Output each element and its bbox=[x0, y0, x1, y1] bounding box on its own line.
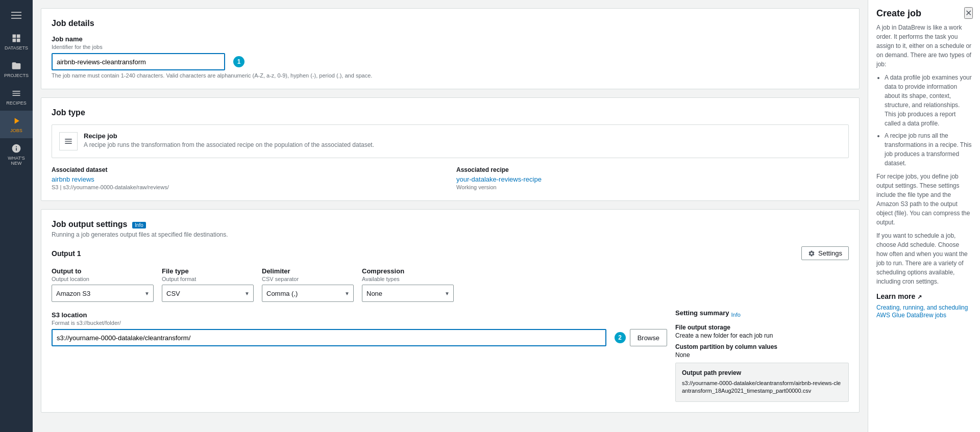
s3-location-label: S3 location bbox=[52, 311, 667, 319]
delimiter-select-wrapper: Comma (,) ▼ bbox=[262, 285, 354, 302]
sidebar-item-jobs-label: JOBS bbox=[10, 128, 22, 133]
sidebar-item-projects-label: PROJECTS bbox=[4, 73, 29, 78]
job-output-settings-card: Job output settings Info Running a job g… bbox=[41, 209, 860, 413]
recipe-version: Working version bbox=[456, 184, 849, 190]
output-to-select[interactable]: Amazon S3 bbox=[52, 285, 154, 302]
associated-dataset-section: Associated dataset airbnb reviews S3 | s… bbox=[52, 166, 444, 190]
job-details-card: Job details Job name Identifier for the … bbox=[41, 8, 860, 89]
svg-rect-2 bbox=[11, 18, 21, 19]
output-path-preview-box: Output path preview s3://yourname-0000-d… bbox=[675, 363, 849, 402]
job-type-title: Job type bbox=[52, 108, 849, 117]
delimiter-sublabel: CSV separator bbox=[262, 276, 354, 282]
svg-rect-1 bbox=[11, 15, 21, 16]
output-to-select-wrapper: Amazon S3 ▼ bbox=[52, 285, 154, 302]
job-name-hint: Identifier for the jobs bbox=[52, 44, 849, 50]
s3-location-hint: Format is s3://bucket/folder/ bbox=[52, 320, 667, 326]
output-to-label: Output to bbox=[52, 267, 154, 275]
job-name-label: Job name bbox=[52, 35, 849, 43]
file-storage-label: File output storage bbox=[675, 324, 849, 331]
right-panel-bullets: A data profile job examines your data to… bbox=[876, 73, 972, 168]
learn-more-text: Learn more bbox=[876, 292, 915, 300]
right-panel-close-button[interactable]: ✕ bbox=[964, 7, 973, 19]
output-settings-header: Job output settings Info bbox=[52, 220, 849, 229]
sidebar-item-jobs[interactable]: JOBS bbox=[0, 111, 33, 138]
job-details-title: Job details bbox=[52, 19, 849, 28]
dataset-recipe-grid: Associated dataset airbnb reviews S3 | s… bbox=[52, 166, 849, 190]
associated-dataset-label: Associated dataset bbox=[52, 166, 444, 173]
hamburger-menu[interactable] bbox=[5, 4, 28, 28]
delimiter-field: Delimiter CSV separator Comma (,) ▼ bbox=[262, 267, 354, 302]
compression-sublabel: Available types bbox=[362, 276, 454, 282]
right-panel-body: For recipe jobs, you define job output s… bbox=[876, 172, 972, 227]
dataset-name-link[interactable]: airbnb reviews bbox=[52, 175, 94, 183]
settings-button-label: Settings bbox=[818, 249, 842, 257]
output-fields-grid: Output to Output location Amazon S3 ▼ Fi… bbox=[52, 267, 849, 302]
recipe-job-icon bbox=[59, 132, 78, 150]
recipe-name-link[interactable]: your-datalake-reviews-recipe bbox=[456, 175, 542, 183]
setting-summary-block: Setting summary Info File output storage… bbox=[675, 309, 849, 402]
settings-button[interactable]: Settings bbox=[801, 246, 849, 260]
setting-summary-title: Setting summary bbox=[675, 309, 729, 317]
output-settings-title: Job output settings bbox=[52, 220, 127, 228]
output-settings-info-badge[interactable]: Info bbox=[132, 222, 146, 228]
s3-location-section: S3 location Format is s3://bucket/folder… bbox=[52, 311, 667, 346]
browse-button[interactable]: Browse bbox=[630, 329, 667, 346]
associated-recipe-label: Associated recipe bbox=[456, 166, 849, 173]
custom-partition-value: None bbox=[675, 351, 849, 359]
associated-recipe-section: Associated recipe your-datalake-reviews-… bbox=[456, 166, 849, 190]
job-name-validation: The job name must contain 1-240 characte… bbox=[52, 72, 849, 79]
output-settings-desc: Running a job generates output files at … bbox=[52, 231, 849, 238]
compression-select-wrapper: None ▼ bbox=[362, 285, 454, 302]
job-name-input[interactable]: airbnb-reviews-cleantransform bbox=[52, 53, 225, 70]
delimiter-label: Delimiter bbox=[262, 267, 354, 275]
compression-select[interactable]: None bbox=[362, 285, 454, 302]
external-link-icon: ↗ bbox=[917, 294, 922, 300]
right-panel-schedule: If you want to schedule a job, choose Ad… bbox=[876, 231, 972, 286]
output-to-field: Output to Output location Amazon S3 ▼ bbox=[52, 267, 154, 302]
file-type-select[interactable]: CSV bbox=[162, 285, 254, 302]
output-to-sublabel: Output location bbox=[52, 276, 154, 282]
learn-more-link-1[interactable]: Creating, running, and scheduling AWS Gl… bbox=[876, 304, 968, 319]
right-panel-intro: A job in DataBrew is like a work order. … bbox=[876, 23, 972, 69]
output-1-block: Output 1 Settings Output to Output locat… bbox=[52, 246, 849, 402]
learn-more-title: Learn more ↗ bbox=[876, 292, 972, 300]
main-content: Job details Job name Identifier for the … bbox=[33, 0, 868, 432]
dataset-path: S3 | s3://yourname-0000-datalake/raw/rev… bbox=[52, 184, 444, 190]
file-type-label: File type bbox=[162, 267, 254, 275]
right-panel-bullet-2: A recipe job runs all the transformation… bbox=[885, 131, 972, 168]
recipe-job-title: Recipe job bbox=[84, 132, 374, 140]
file-type-field: File type Output format CSV ▼ bbox=[162, 267, 254, 302]
step-2-badge: 2 bbox=[615, 332, 626, 343]
svg-rect-0 bbox=[11, 12, 21, 13]
right-panel: Create job ✕ A job in DataBrew is like a… bbox=[868, 0, 980, 432]
file-type-sublabel: Output format bbox=[162, 276, 254, 282]
s3-location-input[interactable] bbox=[52, 329, 606, 346]
right-panel-title: Create job bbox=[876, 8, 972, 19]
compression-label: Compression bbox=[362, 267, 454, 275]
file-storage-value: Create a new folder for each job run bbox=[675, 332, 849, 339]
sidebar-item-recipes-label: RECIPES bbox=[6, 100, 27, 106]
output-path-preview-title: Output path preview bbox=[682, 369, 842, 376]
output-path-preview-value: s3://yourname-0000-datalake/cleantransfo… bbox=[682, 379, 842, 395]
job-type-card: Job type Recipe job A recipe job runs th… bbox=[41, 97, 860, 201]
delimiter-select[interactable]: Comma (,) bbox=[262, 285, 354, 302]
output-block-header: Output 1 Settings bbox=[52, 246, 849, 260]
sidebar-item-whats-new-label: WHAT'S NEW bbox=[2, 156, 31, 166]
setting-summary-info-link[interactable]: Info bbox=[731, 312, 740, 318]
step-1-badge: 1 bbox=[233, 56, 244, 67]
compression-field: Compression Available types None ▼ bbox=[362, 267, 454, 302]
recipe-job-option[interactable]: Recipe job A recipe job runs the transfo… bbox=[52, 124, 849, 158]
sidebar-item-whats-new[interactable]: WHAT'S NEW bbox=[0, 138, 33, 171]
sidebar-item-projects[interactable]: PROJECTS bbox=[0, 56, 33, 83]
sidebar-item-recipes[interactable]: RECIPES bbox=[0, 83, 33, 111]
s3-location-row: 2 Browse bbox=[52, 329, 667, 346]
recipe-job-desc: A recipe job runs the transformation fro… bbox=[84, 141, 374, 148]
output-1-title: Output 1 bbox=[52, 249, 81, 258]
custom-partition-label: Custom partition by column values bbox=[675, 343, 849, 350]
sidebar-item-datasets-label: DATASETS bbox=[5, 45, 28, 50]
sidebar-item-datasets[interactable]: DATASETS bbox=[0, 28, 33, 56]
file-type-select-wrapper: CSV ▼ bbox=[162, 285, 254, 302]
sidebar: DATASETS PROJECTS RECIPES JOBS WHAT'S NE… bbox=[0, 0, 33, 432]
right-panel-bullet-1: A data profile job examines your data to… bbox=[885, 73, 972, 128]
